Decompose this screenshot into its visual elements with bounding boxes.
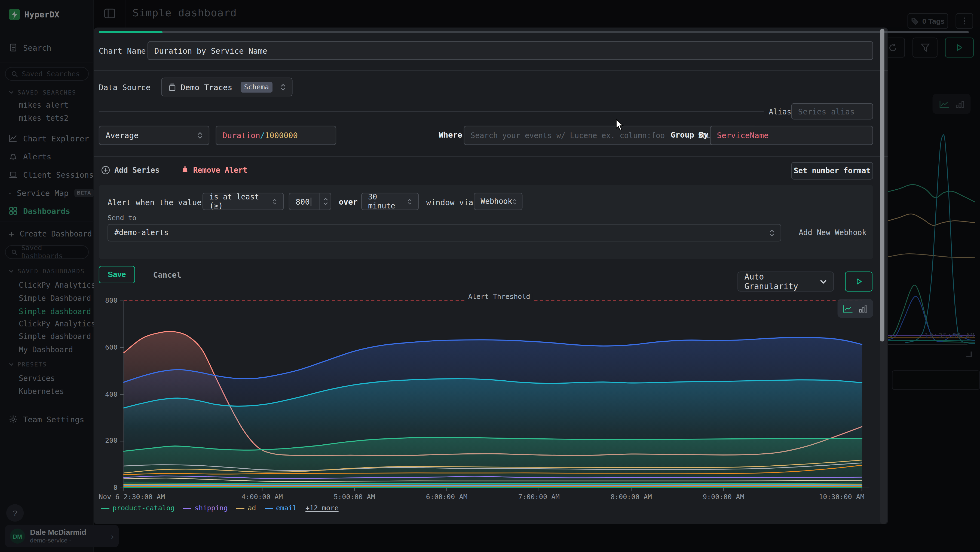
webhook-select[interactable]: #demo-alerts (108, 224, 781, 241)
select-chevrons-icon (769, 229, 774, 236)
schema-badge: Schema (240, 82, 273, 93)
group-by-label: Group By (671, 130, 708, 139)
x-tick-label: 6:00:00 AM (420, 493, 473, 501)
remove-alert-button[interactable]: Remove Alert (181, 166, 247, 174)
legend-label: email (276, 504, 297, 512)
alert-condition-select[interactable]: is at least (≥) (202, 193, 284, 210)
select-chevrons-icon (281, 84, 286, 91)
y-tick-label: 600 (94, 343, 117, 351)
number-stepper[interactable] (319, 193, 328, 209)
where-label: Where (439, 130, 462, 139)
chart-type-toggle[interactable] (838, 299, 873, 318)
run-chart-button[interactable] (845, 271, 872, 291)
alert-channel-select[interactable]: Webhook (474, 193, 522, 210)
expression-operator: / (260, 131, 265, 140)
expression-field: Duration (223, 131, 260, 140)
alert-config-panel: Alert when the value is at least (≥) 800… (99, 185, 873, 259)
alert-threshold-label: Alert Threshold (466, 293, 533, 301)
legend-label: shipping (195, 504, 228, 512)
chevron-down-icon (820, 279, 827, 284)
expression-input[interactable]: Duration/1000000 (216, 126, 336, 145)
y-tick-label: 0 (94, 483, 117, 492)
x-tick-label: 10:30:00 AM (813, 493, 864, 501)
alias-label: Alias (769, 108, 791, 116)
data-source-label: Data Source (99, 83, 151, 92)
x-tick-label: 8:00:00 AM (605, 493, 657, 501)
legend-dash (101, 507, 110, 509)
legend-dash (183, 507, 191, 509)
legend-label: product-catalog (113, 504, 175, 512)
set-number-format-button[interactable]: Set number format (791, 162, 873, 180)
bar-chart-icon (859, 304, 867, 313)
over-label: over (339, 197, 358, 206)
mouse-cursor (616, 119, 625, 131)
window-via-label: window via (426, 198, 473, 207)
legend-item-ad[interactable]: ad (237, 504, 256, 512)
y-tick-label: 200 (94, 437, 117, 445)
legend-label: ad (248, 504, 256, 512)
alert-threshold-input[interactable]: 800 (289, 193, 331, 210)
chart-name-label: Chart Name (99, 46, 146, 56)
granularity-select[interactable]: Auto Granularity (737, 271, 834, 291)
line-chart-icon (843, 304, 853, 313)
alias-input[interactable] (791, 103, 873, 120)
legend-dash (265, 507, 273, 509)
bell-icon (181, 166, 189, 174)
save-button[interactable]: Save (99, 266, 135, 283)
aggregation-select[interactable]: Average (99, 126, 209, 145)
alert-window-select[interactable]: 30 minute (361, 193, 419, 210)
plus-circle-icon (101, 166, 110, 174)
divider (94, 156, 888, 157)
select-chevrons-icon (407, 199, 412, 204)
cancel-button[interactable]: Cancel (153, 270, 181, 279)
x-tick-label: 7:00:00 AM (512, 493, 565, 501)
select-chevrons-icon (512, 199, 517, 204)
x-tick-label: Nov 6 2:30:00 AM (99, 493, 165, 501)
chart-name-input[interactable] (148, 41, 873, 60)
select-chevrons-icon (272, 199, 277, 204)
y-tick-label: 400 (94, 390, 117, 398)
series-divider (99, 112, 764, 112)
data-source-value: Demo Traces (181, 82, 232, 91)
modal-scrollbar[interactable] (880, 27, 887, 524)
screen: HyperDX Search Saved Searches SAVED SEAR… (0, 0, 980, 552)
group-by-input[interactable]: ServiceName (710, 126, 873, 145)
x-tick-label: 5:00:00 AM (328, 493, 380, 501)
scrollbar-thumb[interactable] (880, 29, 885, 341)
chart-legend: product-catalogshippingademail+12 more (101, 504, 339, 512)
edit-chart-modal: Chart Name Data Source Demo Traces Schem… (94, 27, 888, 524)
add-new-webhook-link[interactable]: Add New Webhook (799, 228, 867, 237)
database-icon (168, 83, 177, 91)
legend-dash (237, 507, 245, 509)
text-cursor (310, 197, 311, 206)
legend-item-shipping[interactable]: shipping (183, 504, 228, 512)
x-tick-label: 9:00:00 AM (697, 493, 750, 501)
alert-prefix-label: Alert when the value (108, 198, 202, 207)
divider (94, 70, 888, 70)
play-icon (855, 278, 863, 285)
legend-item-email[interactable]: email (265, 504, 296, 512)
send-to-label: Send to (108, 214, 136, 222)
group-by-value: ServiceName (717, 131, 768, 140)
progress-fill (99, 31, 162, 33)
progress-track (99, 31, 969, 33)
duration-chart (94, 290, 880, 524)
y-tick-label: 800 (94, 297, 117, 305)
legend-item-product-catalog[interactable]: product-catalog (101, 504, 175, 512)
x-tick-label: 4:00:00 AM (236, 493, 288, 501)
legend-more-link[interactable]: +12 more (305, 504, 339, 512)
select-chevrons-icon (197, 132, 202, 139)
expression-value: 1000000 (265, 131, 298, 140)
add-series-button[interactable]: Add Series (101, 166, 159, 174)
data-source-select[interactable]: Demo Traces Schema (161, 78, 293, 96)
